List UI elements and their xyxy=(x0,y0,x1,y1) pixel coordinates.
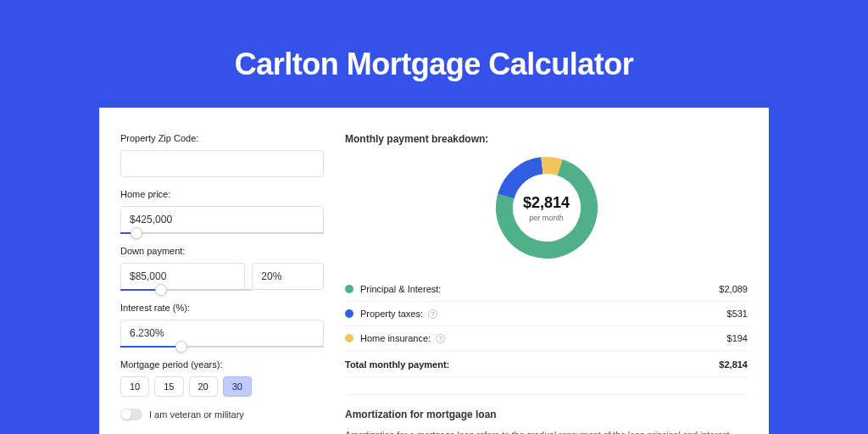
period-option-30[interactable]: 30 xyxy=(223,376,252,397)
info-icon[interactable]: ? xyxy=(428,309,437,319)
breakdown-row-taxes: Property taxes:? $531 xyxy=(345,302,748,326)
breakdown-row-insurance: Home insurance:? $194 xyxy=(345,326,748,351)
legend-dot-taxes xyxy=(345,309,353,318)
period-label: Mortgage period (years): xyxy=(120,359,324,370)
breakdown-label: Property taxes:? xyxy=(360,309,727,319)
breakdown-value: $194 xyxy=(727,333,748,343)
home-price-input[interactable] xyxy=(120,206,324,233)
zip-group: Property Zip Code: xyxy=(120,133,324,177)
amortization-body: Amortization for a mortgage loan refers … xyxy=(345,429,748,434)
donut-center: $2,814 per month xyxy=(492,153,601,262)
home-price-label: Home price: xyxy=(120,189,324,199)
calculator-card: Property Zip Code: Home price: Down paym… xyxy=(99,108,769,434)
breakdown-label: Principal & Interest: xyxy=(360,284,719,294)
amortization-title: Amortization for mortgage loan xyxy=(345,409,748,420)
results-panel: Monthly payment breakdown: $2,814 per mo… xyxy=(345,133,748,434)
period-buttons: 10 15 20 30 xyxy=(120,376,324,397)
breakdown-row-total: Total monthly payment: $2,814 xyxy=(345,351,748,377)
breakdown-value: $2,089 xyxy=(719,284,748,294)
inputs-panel: Property Zip Code: Home price: Down paym… xyxy=(120,133,324,434)
down-payment-slider[interactable] xyxy=(120,289,253,291)
slider-thumb[interactable] xyxy=(175,341,187,353)
donut-chart: $2,814 per month xyxy=(492,153,601,262)
period-option-15[interactable]: 15 xyxy=(154,376,183,397)
info-icon[interactable]: ? xyxy=(436,334,445,343)
period-option-20[interactable]: 20 xyxy=(189,376,218,397)
donut-sub: per month xyxy=(529,214,564,222)
zip-input[interactable] xyxy=(120,150,324,177)
page-title: Carlton Mortgage Calculator xyxy=(0,0,868,108)
veteran-label: I am veteran or military xyxy=(149,409,244,420)
down-payment-label: Down payment: xyxy=(120,246,324,256)
interest-rate-label: Interest rate (%): xyxy=(120,303,324,313)
down-payment-input[interactable] xyxy=(120,263,245,290)
interest-rate-group: Interest rate (%): xyxy=(120,303,324,348)
legend-dot-insurance xyxy=(345,334,353,342)
breakdown-title: Monthly payment breakdown: xyxy=(345,133,748,145)
donut-amount: $2,814 xyxy=(523,194,570,212)
slider-thumb[interactable] xyxy=(131,227,142,239)
veteran-toggle[interactable] xyxy=(120,409,142,420)
home-price-group: Home price: xyxy=(120,189,324,234)
legend-dot-principal xyxy=(345,285,353,293)
period-group: Mortgage period (years): 10 15 20 30 xyxy=(120,359,324,397)
total-label: Total monthly payment: xyxy=(345,359,719,370)
home-price-slider[interactable] xyxy=(120,232,324,234)
down-payment-group: Down payment: xyxy=(120,246,324,291)
breakdown-value: $531 xyxy=(727,309,748,319)
total-value: $2,814 xyxy=(719,359,748,370)
down-payment-pct-input[interactable] xyxy=(252,263,324,290)
slider-thumb[interactable] xyxy=(155,284,167,296)
zip-label: Property Zip Code: xyxy=(120,133,324,143)
breakdown-label: Home insurance:? xyxy=(360,333,727,343)
interest-rate-input[interactable] xyxy=(120,320,324,347)
veteran-toggle-row: I am veteran or military xyxy=(120,409,324,420)
toggle-knob xyxy=(121,409,131,420)
donut-chart-wrap: $2,814 per month xyxy=(345,153,748,262)
period-option-10[interactable]: 10 xyxy=(120,376,149,397)
breakdown-row-principal: Principal & Interest: $2,089 xyxy=(345,277,748,302)
amortization-section: Amortization for mortgage loan Amortizat… xyxy=(345,394,748,434)
interest-rate-slider[interactable] xyxy=(120,346,324,348)
